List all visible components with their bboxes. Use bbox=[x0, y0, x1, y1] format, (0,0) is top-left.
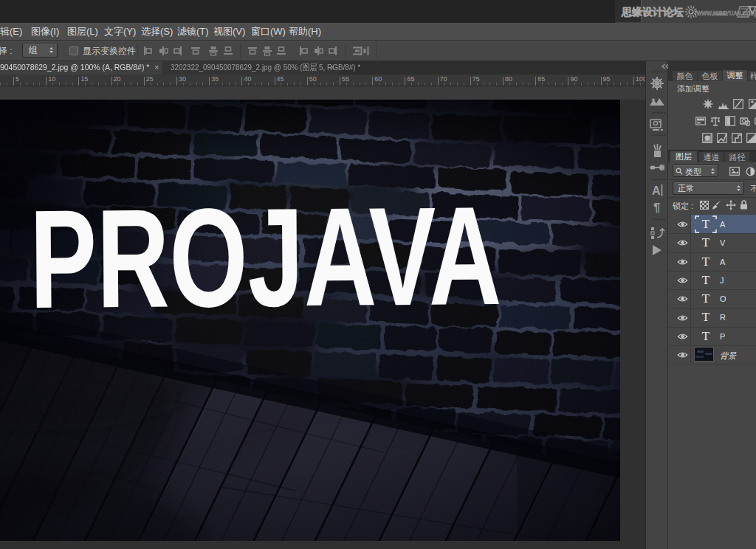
svg-text:A: A bbox=[652, 184, 661, 197]
svg-text:PROJAVA: PROJAVA bbox=[29, 177, 501, 338]
svg-text:¶: ¶ bbox=[653, 201, 660, 214]
